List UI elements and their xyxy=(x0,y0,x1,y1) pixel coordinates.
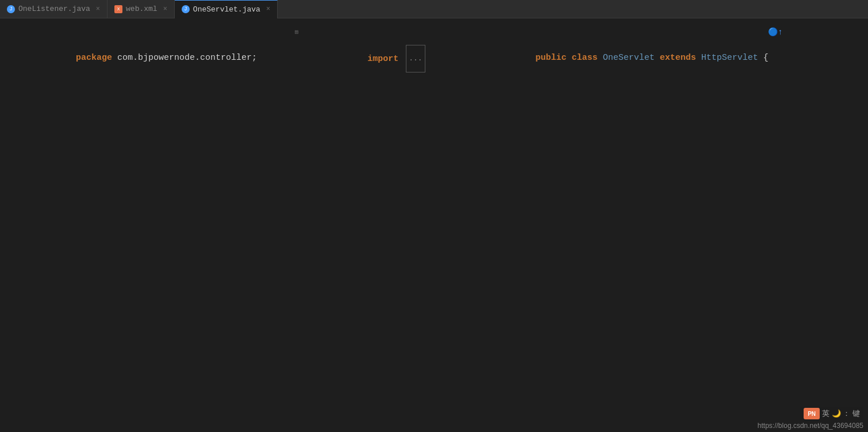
line-package: package com.bjpowernode.controller; xyxy=(0,18,257,45)
tab-webxml[interactable]: X web.xml × xyxy=(107,0,175,18)
watermark-text: 英 🌙 ： 键 xyxy=(822,408,860,419)
java-icon: J xyxy=(7,5,15,13)
code-class-decl: public class OneServlet extends HttpServ… xyxy=(489,18,769,45)
gutter-import: ⊞ xyxy=(291,18,320,45)
gutter-blank2 xyxy=(425,14,454,40)
code-package: package com.bjpowernode.controller; xyxy=(29,18,257,45)
watermark-badge: PN 英 🌙 ： 键 xyxy=(800,407,863,420)
tab-close-onelistener[interactable]: × xyxy=(96,5,100,13)
java-icon-2: J xyxy=(182,5,190,13)
editor-area: package com.bjpowernode.controller; ⊞ im… xyxy=(0,18,868,432)
line-class-decl: public class OneServlet extends HttpServ… xyxy=(460,18,769,45)
tab-onelistener[interactable]: J OneListener.java × xyxy=(0,0,107,18)
debugger-arrow-dopost: 🔵↑ xyxy=(770,26,781,37)
gutter-blank1 xyxy=(257,14,286,40)
fold-import[interactable]: ⊞ xyxy=(293,28,301,36)
line-blank1 xyxy=(257,18,291,36)
tab-close-oneservlet[interactable]: × xyxy=(266,5,270,13)
tab-label-oneservlet: OneServlet.java xyxy=(193,5,260,14)
tab-close-webxml[interactable]: × xyxy=(163,5,167,13)
tab-label-onelistener: OneListener.java xyxy=(18,5,90,13)
editor-root: J OneListener.java × X web.xml × J OneSe… xyxy=(0,0,868,432)
gutter-class-decl xyxy=(460,18,489,45)
watermark-url: https://blog.csdn.net/qq_43694085 xyxy=(758,422,863,430)
line-blank2 xyxy=(425,18,460,36)
gutter-dopost-sig: 🔵↑ xyxy=(769,18,797,45)
code-dopost-sig: protected void doPost(HttpServletRequest… xyxy=(797,18,868,45)
line-dopost-sig: 🔵↑ protected void doPost(HttpServletRequ… xyxy=(769,18,868,45)
watermark-logo: PN xyxy=(804,408,820,419)
xml-icon: X xyxy=(114,5,122,13)
gutter-package xyxy=(0,18,29,45)
code-import: import ... xyxy=(320,18,425,45)
code-blank1 xyxy=(286,14,291,40)
line-import: ⊞ import ... xyxy=(291,18,425,45)
tab-label-webxml: web.xml xyxy=(126,5,158,13)
code-blank2 xyxy=(454,14,460,40)
watermark-overlay: PN 英 🌙 ： 键 https://blog.csdn.net/qq_4369… xyxy=(753,404,868,432)
